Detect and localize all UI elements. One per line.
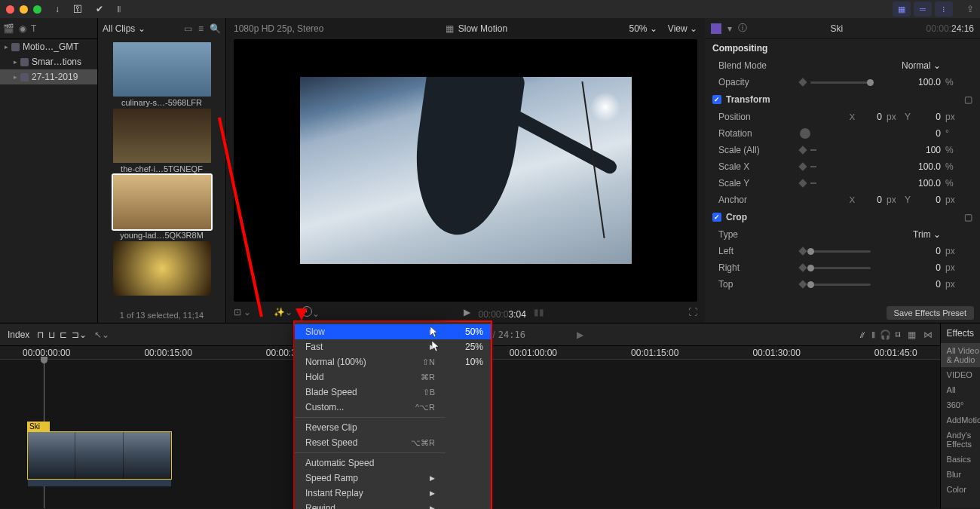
keyframe-icon[interactable] bbox=[798, 280, 807, 288]
waveform-icon[interactable]: ⫴ bbox=[117, 4, 121, 14]
opacity-value[interactable]: 100.0 bbox=[896, 77, 941, 87]
angle-icon[interactable]: ▦ bbox=[446, 23, 454, 34]
color-inspector-icon[interactable]: ▾ bbox=[727, 23, 732, 34]
clip-thumbnail[interactable]: culinary-s…-5968LFR bbox=[113, 42, 211, 107]
info-inspector-icon[interactable]: ⓘ bbox=[738, 22, 747, 35]
menu-item[interactable]: Rewind▶ bbox=[295, 501, 446, 509]
viewer-canvas[interactable] bbox=[234, 39, 697, 302]
scale-x-value[interactable]: 100.0 bbox=[896, 161, 941, 172]
import-icon[interactable]: ↓ bbox=[55, 4, 60, 14]
zoom-dropdown[interactable]: 50% ⌄ bbox=[629, 23, 657, 34]
effects-category[interactable]: 360° bbox=[941, 397, 980, 412]
blend-mode-value[interactable]: Normal ⌄ bbox=[896, 60, 941, 71]
menu-item[interactable]: Hold⌘R bbox=[295, 369, 446, 385]
sidebar-item[interactable]: ▸27-11-2019 bbox=[0, 69, 97, 84]
fullscreen-icon[interactable]: ⛶ bbox=[688, 307, 697, 317]
sidebar-item[interactable]: ▸Motio…_GMT bbox=[0, 39, 97, 54]
minimize-window-icon[interactable] bbox=[20, 5, 28, 14]
effects-category[interactable]: Andy's Effects bbox=[941, 428, 980, 452]
crop-left-value[interactable]: 0 bbox=[896, 246, 941, 256]
submenu-item[interactable]: 10% bbox=[446, 354, 491, 369]
search-icon[interactable]: 🔍 bbox=[210, 23, 221, 34]
filmstrip-icon[interactable]: ▭ bbox=[184, 23, 192, 34]
clip-thumbnail[interactable]: the-chef-i…5TGNEQF bbox=[113, 109, 211, 173]
insert-icon[interactable]: ⊔ bbox=[48, 330, 55, 340]
crop-checkbox[interactable]: ✓ bbox=[712, 213, 721, 222]
rotation-dial-icon[interactable] bbox=[800, 128, 810, 139]
anchor-y[interactable]: 0 bbox=[918, 195, 941, 205]
effects-category[interactable]: VIDEO bbox=[941, 367, 980, 382]
transform-tool-icon[interactable]: ⊡ ⌄ bbox=[234, 307, 251, 317]
skimming-icon[interactable]: ⫽ bbox=[858, 330, 867, 340]
library-button[interactable]: ▦ bbox=[893, 2, 911, 17]
scale-all-value[interactable]: 100 bbox=[896, 145, 941, 155]
effects-category[interactable]: Color bbox=[941, 482, 980, 497]
rotation-value[interactable]: 0 bbox=[896, 128, 941, 139]
audio-skimming-icon[interactable]: ⫴ bbox=[871, 330, 875, 340]
menu-item[interactable]: Instant Replay▶ bbox=[295, 486, 446, 501]
timeline-clip[interactable]: Ski bbox=[27, 431, 172, 480]
close-window-icon[interactable] bbox=[6, 5, 14, 14]
enhance-icon[interactable]: ✨⌄ bbox=[274, 307, 292, 317]
transform-checkbox[interactable]: ✓ bbox=[712, 95, 721, 104]
effects-category[interactable]: AddMotion bbox=[941, 412, 980, 428]
clip-appearance-icon[interactable]: ▦ bbox=[908, 330, 916, 340]
timeline-button[interactable]: ═ bbox=[914, 2, 932, 17]
crop-reset-icon[interactable]: ▢ bbox=[964, 212, 972, 222]
menu-item[interactable]: Reverse Clip bbox=[295, 420, 446, 435]
index-button[interactable]: Index bbox=[8, 330, 29, 340]
keyframe-icon[interactable] bbox=[798, 162, 807, 170]
menu-item[interactable]: Automatic Speed bbox=[295, 455, 446, 471]
share-icon[interactable]: ⇪ bbox=[966, 4, 974, 14]
crop-right-value[interactable]: 0 bbox=[896, 262, 941, 273]
select-tool-icon[interactable]: ↖⌄ bbox=[94, 330, 109, 340]
transform-section[interactable]: ✓Transform▢ bbox=[705, 90, 980, 109]
position-x[interactable]: 0 bbox=[859, 112, 882, 122]
keyframe-icon[interactable] bbox=[798, 179, 807, 187]
submenu-item[interactable]: 50% bbox=[446, 324, 491, 339]
next-edit-icon[interactable]: ▶ bbox=[577, 330, 583, 340]
solo-icon[interactable]: 🎧 bbox=[880, 330, 891, 340]
effects-category[interactable]: Basics bbox=[941, 452, 980, 467]
video-inspector-icon[interactable] bbox=[711, 23, 721, 34]
menu-item[interactable]: Custom...^⌥R bbox=[295, 400, 446, 415]
menu-item[interactable]: Normal (100%)⇧N bbox=[295, 354, 446, 369]
menu-item[interactable]: Blade Speed⇧B bbox=[295, 385, 446, 400]
effects-category[interactable]: Blur bbox=[941, 467, 980, 482]
scale-y-value[interactable]: 100.0 bbox=[896, 178, 941, 189]
keyframe-icon[interactable] bbox=[798, 78, 807, 86]
menu-item[interactable]: Slow▶ bbox=[295, 324, 446, 339]
keyword-icon[interactable]: ⚿ bbox=[73, 4, 82, 14]
render-icon[interactable]: ✔︎ bbox=[96, 4, 103, 14]
effects-category[interactable]: All bbox=[941, 382, 980, 397]
keyframe-icon[interactable] bbox=[798, 247, 807, 255]
menu-item[interactable]: Reset Speed⌥⌘R bbox=[295, 435, 446, 450]
connect-icon[interactable]: ⊓ bbox=[37, 330, 44, 340]
crop-section[interactable]: ✓Crop▢ bbox=[705, 208, 980, 226]
position-y[interactable]: 0 bbox=[918, 112, 941, 122]
timecode-display[interactable]: 00:00:03:04 bbox=[478, 305, 525, 320]
titles-icon[interactable]: T bbox=[31, 23, 36, 34]
anchor-x[interactable]: 0 bbox=[859, 195, 882, 205]
crop-top-value[interactable]: 0 bbox=[896, 279, 941, 290]
list-icon[interactable]: ≡ bbox=[198, 23, 204, 34]
effects-category[interactable]: All Video & Audio bbox=[941, 343, 980, 367]
inspector-button[interactable]: ⫶ bbox=[935, 2, 953, 17]
compositing-section[interactable]: Compositing bbox=[705, 39, 980, 57]
maximize-window-icon[interactable] bbox=[33, 5, 41, 14]
overwrite-icon[interactable]: ⊐⌄ bbox=[72, 330, 87, 340]
submenu-item[interactable]: 25% bbox=[446, 339, 491, 354]
menu-item[interactable]: Speed Ramp▶ bbox=[295, 471, 446, 486]
keyframe-icon[interactable] bbox=[798, 146, 807, 154]
play-icon[interactable]: ▶ bbox=[464, 307, 470, 317]
timeline-options-icon[interactable]: ⋈ bbox=[923, 330, 933, 340]
clip-thumbnail[interactable] bbox=[113, 241, 211, 296]
keyframe-icon[interactable] bbox=[798, 263, 807, 271]
filter-dropdown[interactable]: All Clips ⌄ bbox=[103, 23, 145, 34]
snapping-icon[interactable]: ⌑ bbox=[896, 330, 900, 340]
crop-type-value[interactable]: Trim ⌄ bbox=[896, 229, 941, 240]
transform-reset-icon[interactable]: ▢ bbox=[964, 94, 972, 105]
clip-thumbnail[interactable]: young-lad…5QK3R8M bbox=[113, 175, 211, 240]
clapper-icon[interactable]: 🎬 bbox=[3, 23, 14, 34]
save-effects-preset-button[interactable]: Save Effects Preset bbox=[887, 306, 974, 320]
